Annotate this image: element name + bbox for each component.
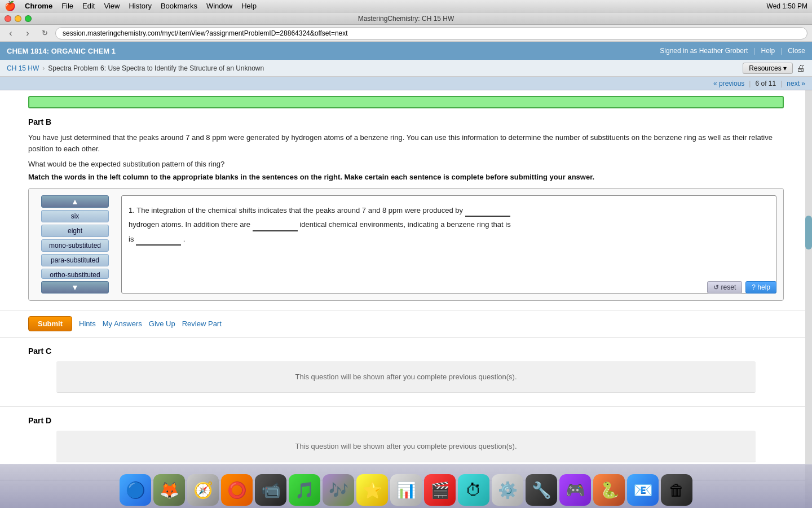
sentence-text-1: The integration of the chemical shifts i…	[136, 206, 463, 214]
breadcrumb-bar: CH 15 HW › Spectra Problem 6: Use Spectr…	[0, 60, 812, 77]
sentence-number: 1.	[129, 206, 135, 214]
word-item-ortho[interactable]: ortho-substituted	[41, 269, 109, 279]
dock-chrome[interactable]: ⭕	[221, 474, 253, 506]
address-input[interactable]	[55, 27, 807, 40]
hints-link[interactable]: Hints	[79, 319, 96, 328]
dock-icon-12[interactable]: ⚙️	[492, 474, 523, 506]
scroll-up-button[interactable]: ▲	[41, 195, 109, 208]
close-button[interactable]	[5, 15, 11, 22]
sentence-area: 1. The integration of the chemical shift…	[121, 195, 776, 294]
maximize-button[interactable]	[25, 15, 32, 22]
review-part-link[interactable]: Review Part	[182, 319, 222, 328]
word-item-six[interactable]: six	[41, 210, 109, 222]
sentence-text-2: hydrogen atoms. In addition there are	[129, 220, 250, 229]
resources-label: Resources	[749, 64, 781, 72]
part-b-instruction: Match the words in the left column to th…	[28, 173, 784, 181]
dock-icon-9[interactable]: 📊	[390, 474, 422, 506]
window-title: MasteringChemistry: CH 15 HW	[358, 15, 454, 23]
page-scrollbar[interactable]	[805, 90, 812, 508]
blank-3[interactable]	[136, 231, 181, 246]
word-bank: ▲ six eight mono-substituted para-substi…	[36, 195, 114, 294]
next-link[interactable]: next »	[787, 80, 805, 87]
window-controls[interactable]	[5, 15, 32, 22]
back-button[interactable]: ‹	[5, 27, 17, 40]
app-header: CHEM 1814: ORGANIC CHEM 1 Signed in as H…	[0, 42, 812, 60]
mac-menu-bar: 🍎 Chrome File Edit View History Bookmark…	[0, 0, 812, 12]
chrome-window: MasteringChemistry: CH 15 HW ‹ › ↻ CHEM …	[0, 12, 812, 508]
sentence-text-3: identical chemical environments, indicat…	[299, 220, 510, 229]
breadcrumb-current: Spectra Problem 6: Use Spectra to Identi…	[48, 64, 264, 72]
menu-view[interactable]: View	[104, 2, 120, 10]
menu-chrome[interactable]: Chrome	[25, 2, 52, 10]
menu-history[interactable]: History	[129, 2, 151, 10]
close-link[interactable]: Close	[788, 47, 805, 55]
part-b-text1: You have just determined that the peaks …	[28, 132, 784, 154]
word-item-eight[interactable]: eight	[41, 225, 109, 237]
apple-menu[interactable]: 🍎	[5, 1, 16, 11]
widget-controls: ↺ reset ? help	[707, 281, 776, 294]
give-up-link[interactable]: Give Up	[149, 319, 175, 328]
previous-link[interactable]: « previous	[713, 80, 744, 87]
menu-bookmarks[interactable]: Bookmarks	[161, 2, 197, 10]
dock-icon-8[interactable]: ⭐	[356, 474, 388, 506]
help-link[interactable]: Help	[761, 47, 775, 55]
resources-button[interactable]: Resources ▾	[743, 63, 793, 74]
help-button[interactable]: ? help	[745, 281, 776, 294]
print-button[interactable]: 🖨	[796, 63, 805, 73]
part-d-locked: This question will be shown after you co…	[56, 431, 756, 462]
course-title: CHEM 1814: ORGANIC CHEM 1	[7, 47, 116, 55]
reload-button[interactable]: ↻	[38, 27, 51, 40]
dock-icon-13[interactable]: 🔧	[526, 474, 557, 506]
breadcrumb-chevron: ›	[42, 64, 45, 72]
dock-finder[interactable]: 🔵	[120, 474, 151, 506]
sentence-period: .	[183, 235, 186, 243]
sentence-text-4: is	[129, 235, 134, 243]
menu-edit[interactable]: Edit	[82, 2, 95, 10]
system-time: Wed 1:50 PM	[767, 2, 807, 10]
dock-icon-11[interactable]: ⏱	[458, 474, 489, 506]
submit-button[interactable]: Submit	[28, 316, 72, 331]
part-b-question: What would be the expected substitution …	[28, 160, 784, 168]
breadcrumb-link[interactable]: CH 15 HW	[7, 64, 39, 72]
part-b-section: Part B You have just determined that the…	[0, 108, 812, 310]
content-area[interactable]: Part B You have just determined that the…	[0, 90, 812, 508]
header-right: Signed in as Heather Grobert | Help | Cl…	[660, 47, 805, 55]
dock-safari[interactable]: 🧭	[187, 474, 219, 506]
dock-trash[interactable]: 🗑	[661, 474, 692, 506]
menu-file[interactable]: File	[61, 2, 73, 10]
up-arrow-icon: ▲	[71, 197, 79, 206]
page-info: 6 of 11	[755, 80, 776, 87]
dock-icon-2[interactable]: 🦊	[153, 474, 185, 506]
minimize-button[interactable]	[15, 15, 21, 22]
answer-bar	[28, 96, 784, 108]
my-answers-link[interactable]: My Answers	[103, 319, 142, 328]
scroll-down-button[interactable]: ▼	[41, 281, 109, 294]
nav-bar: « previous | 6 of 11 | next »	[0, 77, 812, 90]
word-item-mono[interactable]: mono-substituted	[41, 239, 109, 252]
dock-itunes[interactable]: 🎵	[289, 474, 320, 506]
part-c-section: Part C This question will be shown after…	[0, 338, 812, 407]
scrollbar-thumb[interactable]	[805, 216, 812, 249]
dock-icon-7[interactable]: 🎶	[323, 474, 354, 506]
dock-icon-15[interactable]: 🐍	[593, 474, 625, 506]
dock-zoom[interactable]: 📹	[255, 474, 286, 506]
blank-1[interactable]	[465, 203, 510, 217]
down-arrow-icon: ▼	[71, 283, 79, 292]
matching-widget: ▲ six eight mono-substituted para-substi…	[28, 188, 784, 301]
menu-help[interactable]: Help	[241, 2, 257, 10]
menu-window[interactable]: Window	[206, 2, 232, 10]
part-b-title: Part B	[28, 117, 784, 126]
word-item-para[interactable]: para-substituted	[41, 254, 109, 266]
action-buttons: Submit Hints My Answers Give Up Review P…	[0, 310, 812, 338]
sentence-text: 1. The integration of the chemical shift…	[129, 203, 769, 246]
dock-icon-10[interactable]: 🎬	[424, 474, 456, 506]
part-d-title: Part D	[28, 416, 784, 425]
dock-icon-14[interactable]: 🎮	[559, 474, 591, 506]
signed-in-label: Signed in as Heather Grobert	[660, 47, 748, 55]
address-bar: ‹ › ↻	[0, 25, 812, 42]
part-c-locked: This question will be shown after you co…	[56, 361, 756, 393]
reset-button[interactable]: ↺ reset	[707, 281, 742, 294]
forward-button[interactable]: ›	[21, 27, 34, 40]
blank-2[interactable]	[253, 217, 298, 231]
dock-icon-16[interactable]: 📧	[627, 474, 659, 506]
